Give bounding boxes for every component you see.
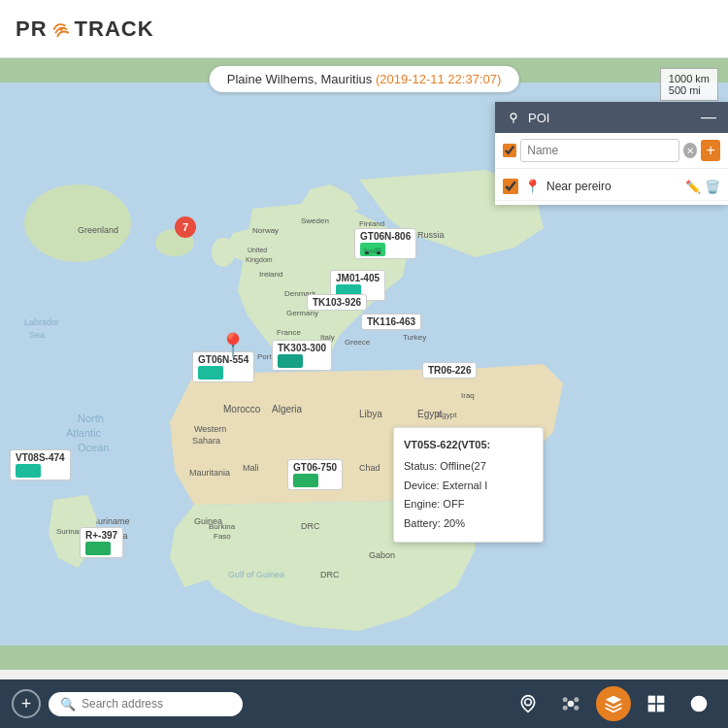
vehicle-label-tk303-300[interactable]: TK303-300 <box>272 340 332 371</box>
poi-item-checkbox[interactable] <box>503 179 518 194</box>
vehicle-label-r397[interactable]: R+-397 <box>80 527 123 558</box>
svg-text:Sweden: Sweden <box>301 216 329 225</box>
scale-indicator: 1000 km 500 mi <box>660 68 718 101</box>
app-header: PR TRACK <box>0 0 728 58</box>
vehicle-label-gt06n-806[interactable]: GT06N-806 <box>354 228 416 259</box>
location-date: (2019-12-11 22:37:07) <box>376 72 501 86</box>
svg-text:Algeria: Algeria <box>272 404 303 414</box>
poi-all-checkbox[interactable] <box>503 143 516 158</box>
svg-text:United: United <box>248 247 267 253</box>
logo-icon <box>50 18 72 40</box>
vehicle-label-tr06-226[interactable]: TR06-226 <box>422 362 477 379</box>
svg-rect-64 <box>649 697 655 703</box>
svg-text:Mali: Mali <box>243 463 259 473</box>
svg-rect-65 <box>658 697 664 703</box>
location-text: Plaine Wilhems, Mauritius <box>227 72 373 86</box>
svg-text:Burkina: Burkina <box>209 522 236 531</box>
tooltip-status: Status: Offline(27 <box>404 457 533 477</box>
svg-text:North: North <box>78 413 104 424</box>
poi-search-row: ✕ + <box>495 133 728 169</box>
svg-point-58 <box>525 699 532 706</box>
svg-text:Iraq: Iraq <box>461 391 475 400</box>
svg-text:Atlantic: Atlantic <box>66 427 102 439</box>
svg-text:Faso: Faso <box>214 532 231 541</box>
map-container[interactable]: North Atlantic Ocean Labrador Sea Gulf o… <box>0 58 728 670</box>
svg-text:Western: Western <box>194 424 226 434</box>
svg-text:Russia: Russia <box>417 230 445 240</box>
vehicle-label-vt08s-474[interactable]: VT08S-474 <box>10 449 71 480</box>
vehicle-label-gt06-750[interactable]: GT06-750 <box>287 459 343 490</box>
poi-add-button[interactable]: + <box>701 140 720 161</box>
svg-text:Suriname: Suriname <box>92 516 130 526</box>
svg-text:Ocean: Ocean <box>78 442 109 453</box>
download-icon <box>689 694 709 713</box>
svg-text:Finland: Finland <box>359 219 384 228</box>
poi-icon <box>507 111 520 124</box>
svg-rect-54 <box>366 246 375 249</box>
svg-point-61 <box>574 697 579 702</box>
svg-point-4 <box>212 238 235 267</box>
location-pin-button[interactable] <box>511 686 546 721</box>
poi-location-icon: 📍 <box>524 179 541 194</box>
search-bar[interactable]: 🔍 <box>49 692 243 716</box>
poi-search-input[interactable] <box>520 139 679 162</box>
cluster-icon <box>561 694 580 713</box>
search-icon: 🔍 <box>60 697 76 711</box>
poi-item-actions: ✏️ 🗑️ <box>685 180 720 194</box>
poi-clear-button[interactable]: ✕ <box>683 143 697 158</box>
vehicle-label-tk116-463[interactable]: TK116-463 <box>361 314 421 330</box>
poi-title: POI <box>528 111 549 125</box>
download-button[interactable] <box>681 686 716 721</box>
svg-text:Kingdom: Kingdom <box>246 256 273 264</box>
svg-text:Libya: Libya <box>359 409 382 419</box>
map-pin[interactable]: 📍 <box>218 332 248 359</box>
poi-minimize-button[interactable]: — <box>701 110 716 125</box>
tooltip-device: Device: External I <box>404 477 533 496</box>
poi-list: 📍 Near pereiro ✏️ 🗑️ <box>495 169 728 205</box>
cluster-badge[interactable]: 7 <box>175 216 196 238</box>
location-pin-icon <box>518 694 538 713</box>
tooltip-battery: Battery: 20% <box>404 514 533 534</box>
svg-text:Labrador: Labrador <box>24 317 59 327</box>
svg-point-57 <box>511 114 516 119</box>
svg-text:Turkey: Turkey <box>403 333 426 342</box>
map-layers-button[interactable] <box>596 686 631 721</box>
logo-text-track: TRACK <box>75 17 154 42</box>
grid-button[interactable] <box>639 686 674 721</box>
map-layers-icon <box>604 694 623 713</box>
svg-text:Chad: Chad <box>359 463 381 473</box>
tooltip-engine: Engine: OFF <box>404 495 533 514</box>
svg-text:Sea: Sea <box>29 330 45 340</box>
svg-text:Morocco: Morocco <box>223 404 261 414</box>
scale-km: 1000 km <box>669 73 710 84</box>
poi-panel: POI — ✕ + 📍 Near pereiro ✏️ 🗑️ <box>495 102 728 205</box>
svg-point-59 <box>568 701 575 708</box>
logo: PR TRACK <box>16 17 154 42</box>
vehicle-label-tk103-926[interactable]: TK103-926 <box>307 294 367 311</box>
vehicle-tooltip: VT05S-622(VT05: Status: Offline(27 Devic… <box>393 427 544 543</box>
svg-text:DRC: DRC <box>301 521 320 531</box>
add-button[interactable]: + <box>12 689 41 718</box>
svg-point-63 <box>574 706 579 711</box>
svg-point-62 <box>563 706 568 711</box>
svg-text:Mauritania: Mauritania <box>189 468 230 478</box>
svg-text:Norway: Norway <box>252 226 279 235</box>
cluster-button[interactable] <box>553 686 588 721</box>
tooltip-title: VT05S-622(VT05: <box>404 436 533 455</box>
scale-mi: 500 mi <box>669 84 710 96</box>
poi-header: POI — <box>495 102 728 133</box>
poi-edit-button[interactable]: ✏️ <box>685 180 701 194</box>
location-bar: Plaine Wilhems, Mauritius (2019-12-11 22… <box>210 66 519 92</box>
svg-text:Gabon: Gabon <box>369 550 395 560</box>
svg-text:Greece: Greece <box>345 338 371 347</box>
svg-rect-67 <box>658 706 664 711</box>
svg-point-60 <box>563 697 568 702</box>
poi-delete-button[interactable]: 🗑️ <box>705 180 720 194</box>
poi-item-name: Near pereiro <box>546 180 679 193</box>
svg-text:France: France <box>277 328 301 337</box>
svg-text:Egypt: Egypt <box>437 411 457 419</box>
search-input[interactable] <box>82 697 217 711</box>
svg-text:Sahara: Sahara <box>192 436 220 446</box>
bottom-bar: + 🔍 <box>0 679 728 728</box>
svg-text:Gulf of Guinea: Gulf of Guinea <box>228 570 284 579</box>
